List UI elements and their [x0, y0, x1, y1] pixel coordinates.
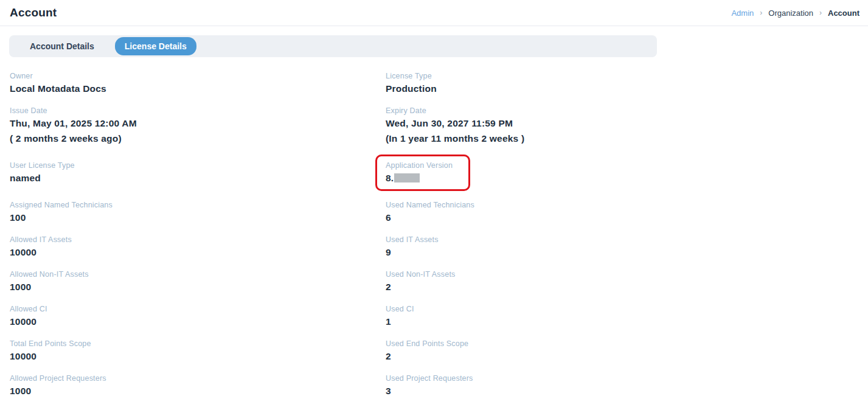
- field-expiry-date: Expiry Date Wed, Jun 30, 2027 11:59 PM (…: [386, 106, 868, 145]
- tab-bar: Account Details License Details: [9, 35, 657, 57]
- field-label: Expiry Date: [386, 106, 868, 116]
- field-value: 10000: [10, 246, 386, 259]
- field-value: 1000: [10, 384, 386, 396]
- field-label: Issue Date: [10, 106, 386, 116]
- field-used-named-technicians: Used Named Technicians 6: [386, 200, 868, 224]
- red-annotation-box: Application Version 8.: [375, 155, 470, 191]
- field-value: 9: [386, 246, 868, 259]
- tab-license-details[interactable]: License Details: [115, 37, 196, 55]
- field-label: Allowed IT Assets: [10, 235, 386, 245]
- field-application-version: Application Version 8.: [386, 161, 868, 186]
- field-used-it-assets: Used IT Assets 9: [386, 235, 868, 259]
- field-value: 2: [386, 280, 868, 294]
- license-details-panel: Owner Local Motadata Docs License Type P…: [0, 57, 868, 396]
- field-value: 100: [10, 211, 386, 224]
- field-value-relative: ( 2 months 2 weeks ago): [10, 132, 386, 145]
- field-assigned-named-technicians: Assigned Named Technicians 100: [10, 200, 386, 224]
- field-value: 8.: [386, 172, 453, 185]
- field-value: 10000: [10, 350, 386, 363]
- field-value: 1000: [10, 280, 386, 294]
- field-label: Owner: [10, 71, 386, 81]
- breadcrumb-separator-icon: ›: [760, 9, 762, 17]
- page-header: Account Admin › Organization › Account: [0, 0, 868, 26]
- field-used-end-points-scope: Used End Points Scope 2: [386, 339, 868, 363]
- field-allowed-it-assets: Allowed IT Assets 10000: [10, 235, 386, 259]
- field-value: 1: [386, 315, 868, 328]
- tab-account-details[interactable]: Account Details: [20, 37, 104, 55]
- field-label: Used Named Technicians: [386, 200, 868, 210]
- breadcrumb-separator-icon: ›: [819, 9, 822, 17]
- field-total-end-points-scope: Total End Points Scope 10000: [10, 339, 386, 363]
- field-value-relative: (In 1 year 11 months 2 weeks ): [386, 132, 868, 145]
- breadcrumb-organization[interactable]: Organization: [768, 9, 813, 18]
- field-value: named: [10, 172, 386, 185]
- field-value: 3: [386, 384, 868, 396]
- field-license-type: License Type Production: [386, 71, 868, 96]
- field-value: Production: [386, 82, 868, 96]
- field-label: User License Type: [10, 161, 386, 170]
- application-version-prefix: 8.: [386, 173, 394, 183]
- field-used-ci: Used CI 1: [386, 304, 868, 328]
- field-label: Used IT Assets: [386, 235, 868, 245]
- field-value: 2: [386, 350, 868, 363]
- field-label: Used Non-IT Assets: [386, 269, 868, 279]
- field-allowed-ci: Allowed CI 10000: [10, 304, 386, 328]
- field-label: Allowed CI: [10, 304, 386, 314]
- breadcrumb-admin[interactable]: Admin: [731, 9, 754, 18]
- field-owner: Owner Local Motadata Docs: [10, 71, 386, 96]
- field-label: Used Project Requesters: [386, 373, 868, 383]
- redacted-value-block: [394, 173, 420, 182]
- field-issue-date: Issue Date Thu, May 01, 2025 12:00 AM ( …: [10, 106, 386, 145]
- field-value: Local Motadata Docs: [10, 82, 386, 96]
- breadcrumb-account: Account: [828, 9, 859, 18]
- field-label: Assigned Named Technicians: [10, 200, 386, 210]
- field-user-license-type: User License Type named: [10, 161, 386, 186]
- field-label: Used CI: [386, 304, 868, 314]
- field-allowed-non-it-assets: Allowed Non-IT Assets 1000: [10, 269, 386, 294]
- field-value: Wed, Jun 30, 2027 11:59 PM: [386, 117, 868, 130]
- field-value: 10000: [10, 315, 386, 328]
- field-label: Allowed Project Requesters: [10, 373, 386, 383]
- field-value: 6: [386, 211, 868, 224]
- field-used-project-requesters: Used Project Requesters 3: [386, 373, 868, 396]
- page-title: Account: [10, 6, 57, 19]
- field-used-non-it-assets: Used Non-IT Assets 2: [386, 269, 868, 294]
- field-label: Allowed Non-IT Assets: [10, 269, 386, 279]
- field-label: Application Version: [386, 161, 453, 170]
- field-value: Thu, May 01, 2025 12:00 AM: [10, 117, 386, 130]
- field-label: License Type: [386, 71, 868, 81]
- field-label: Used End Points Scope: [386, 339, 868, 349]
- breadcrumb: Admin › Organization › Account: [731, 9, 859, 18]
- field-allowed-project-requesters: Allowed Project Requesters 1000: [10, 373, 386, 396]
- field-label: Total End Points Scope: [10, 339, 386, 349]
